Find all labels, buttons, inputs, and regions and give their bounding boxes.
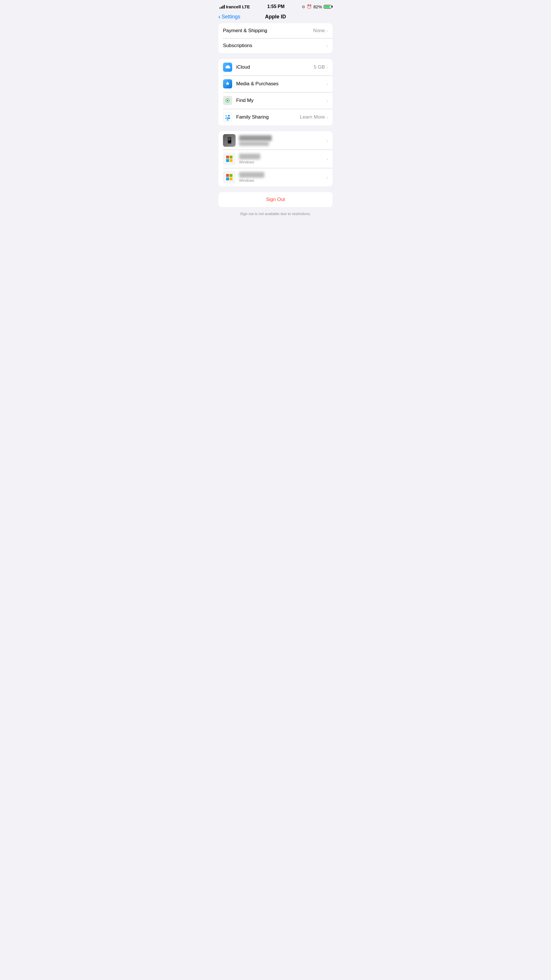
status-time: 1:55 PM [267, 4, 284, 9]
windows-icon-2 [223, 171, 236, 183]
status-left: Irancell LTE [219, 4, 250, 9]
subscriptions-row[interactable]: Subscriptions › [218, 38, 333, 53]
appstore-icon [223, 79, 232, 88]
family-sharing-label: Family Sharing [236, 114, 268, 120]
device-iphone-info: iPhone Name iPhone model info [239, 135, 327, 146]
device-iphone-row[interactable]: 📱 iPhone Name iPhone model info › [218, 131, 333, 150]
svg-point-7 [227, 117, 229, 119]
apps-section-card: iCloud 5 GB › Media & Purchases › [218, 59, 333, 126]
family-sharing-row[interactable]: Family Sharing Learn More › [218, 109, 333, 126]
network-type: LTE [242, 4, 250, 9]
device-iphone-thumbnail: 📱 [223, 134, 236, 147]
find-my-row[interactable]: Find My › [218, 92, 333, 109]
device-iphone-name: iPhone Name [239, 135, 327, 141]
status-bar: Irancell LTE 1:55 PM ⊙ ⏰ 82% [214, 0, 337, 11]
find-my-value: › [327, 98, 328, 103]
icloud-label: iCloud [236, 64, 250, 70]
find-my-label: Find My [236, 98, 253, 103]
page-title: Apple ID [265, 14, 286, 20]
svg-point-3 [227, 100, 229, 101]
icloud-content: iCloud 5 GB › [236, 64, 328, 70]
icloud-value: 5 GB › [314, 64, 328, 70]
devices-section-card: 📱 iPhone Name iPhone model info › [218, 131, 333, 186]
device-windows-1-info: PC Name Windows [239, 154, 327, 164]
family-sharing-value: Learn More › [300, 114, 328, 120]
chevron-icon: › [327, 156, 328, 161]
nav-bar: ‹ Settings Apple ID [214, 11, 337, 23]
carrier-name: Irancell [226, 4, 241, 9]
device-iphone-sub: iPhone model info [239, 142, 327, 146]
subscriptions-content: Subscriptions › [223, 43, 328, 49]
sign-out-note: Sign out is not available due to restric… [218, 210, 333, 222]
device-windows-2-name: PC Name 2 [239, 172, 327, 178]
chevron-icon: › [327, 115, 328, 120]
sign-out-label: Sign Out [266, 197, 285, 202]
payment-shipping-label: Payment & Shipping [223, 28, 267, 33]
sign-out-button[interactable]: Sign Out [218, 192, 333, 207]
subscriptions-label: Subscriptions [223, 43, 252, 49]
chevron-icon: › [327, 43, 328, 48]
chevron-icon: › [327, 81, 328, 86]
device-windows-1-sub: Windows [239, 160, 327, 164]
device-windows-2-row[interactable]: PC Name 2 Windows › [218, 168, 333, 186]
payment-shipping-content: Payment & Shipping None › [223, 28, 328, 33]
settings-content: Payment & Shipping None › Subscriptions … [214, 23, 337, 222]
device-windows-1-row[interactable]: PC Name Windows › [218, 150, 333, 168]
battery-percent: 82% [313, 4, 322, 9]
media-purchases-value: › [327, 81, 328, 86]
screen-record-icon: ⊙ [302, 5, 305, 9]
family-sharing-content: Family Sharing Learn More › [236, 114, 328, 120]
device-windows-2-info: PC Name 2 Windows [239, 172, 327, 183]
signal-bars [219, 5, 225, 9]
device-windows-1-name: PC Name [239, 154, 327, 159]
subscriptions-value: › [327, 43, 328, 48]
chevron-icon: › [327, 138, 328, 143]
status-right: ⊙ ⏰ 82% [302, 4, 332, 9]
chevron-icon: › [327, 175, 328, 180]
payment-shipping-value: None › [313, 28, 328, 33]
device-windows-2-sub: Windows [239, 178, 327, 183]
media-purchases-content: Media & Purchases › [236, 81, 328, 87]
payment-shipping-row[interactable]: Payment & Shipping None › [218, 23, 333, 38]
svg-point-5 [225, 115, 227, 117]
windows-icon-1 [223, 153, 236, 165]
chevron-icon: › [327, 98, 328, 103]
media-purchases-row[interactable]: Media & Purchases › [218, 76, 333, 92]
back-label: Settings [222, 14, 240, 20]
back-button[interactable]: ‹ Settings [218, 13, 240, 21]
chevron-icon: › [327, 29, 328, 33]
back-chevron-icon: ‹ [218, 13, 221, 21]
icloud-row[interactable]: iCloud 5 GB › [218, 59, 333, 76]
battery-icon [324, 5, 332, 9]
chevron-icon: › [327, 65, 328, 70]
icloud-icon [223, 63, 232, 72]
find-my-content: Find My › [236, 98, 328, 103]
payment-section-card: Payment & Shipping None › Subscriptions … [218, 23, 333, 53]
media-purchases-label: Media & Purchases [236, 81, 278, 87]
family-sharing-learn-more: Learn More [300, 114, 325, 120]
findmy-icon [223, 96, 232, 105]
svg-point-6 [228, 115, 230, 117]
family-sharing-icon [223, 113, 232, 122]
alarm-icon: ⏰ [307, 4, 312, 9]
sign-out-card: Sign Out [218, 192, 333, 207]
